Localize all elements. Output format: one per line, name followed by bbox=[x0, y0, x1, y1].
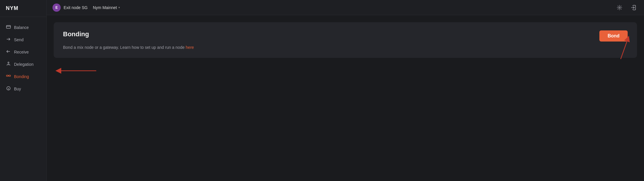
app-header: E Exit node SG Nym Mainnet ▾ bbox=[47, 0, 644, 15]
bonding-title: Bonding bbox=[63, 30, 628, 38]
main-area: E Exit node SG Nym Mainnet ▾ bbox=[47, 0, 644, 181]
app-logo: NYM bbox=[0, 0, 46, 17]
settings-button[interactable] bbox=[615, 3, 624, 12]
sidebar-item-label-send: Send bbox=[14, 37, 24, 42]
sidebar-item-delegation[interactable]: Delegation bbox=[2, 58, 44, 70]
bonding-link[interactable]: here bbox=[186, 45, 194, 50]
sidebar-item-receive[interactable]: Receive bbox=[2, 46, 44, 58]
balance-icon bbox=[6, 25, 11, 30]
header-left: E Exit node SG Nym Mainnet ▾ bbox=[52, 4, 122, 12]
network-name: Nym Mainnet bbox=[93, 5, 117, 10]
node-name: Exit node SG bbox=[64, 5, 88, 10]
sidebar-item-label-receive: Receive bbox=[14, 50, 29, 54]
header-right bbox=[615, 3, 638, 12]
bond-button[interactable]: Bond bbox=[599, 30, 628, 42]
sidebar-item-balance[interactable]: Balance bbox=[2, 22, 44, 33]
sidebar-nav: Balance Send Receive bbox=[0, 19, 46, 97]
network-selector[interactable]: Nym Mainnet ▾ bbox=[91, 4, 122, 11]
bonding-card: Bonding Bond a mix node or a gateway. Le… bbox=[54, 22, 637, 58]
sidebar-item-label-balance: Balance bbox=[14, 25, 29, 30]
sidebar-item-label-buy: Buy bbox=[14, 87, 21, 91]
chevron-down-icon: ▾ bbox=[118, 6, 120, 9]
main-content: Bonding Bond a mix node or a gateway. Le… bbox=[47, 15, 644, 181]
svg-rect-7 bbox=[9, 75, 10, 76]
svg-point-11 bbox=[619, 7, 620, 8]
bonding-icon bbox=[6, 74, 11, 80]
sidebar-item-buy[interactable]: $ Buy bbox=[2, 83, 44, 95]
svg-rect-0 bbox=[6, 25, 10, 28]
sidebar-item-label-bonding: Bonding bbox=[14, 74, 29, 79]
sidebar-item-send[interactable]: Send bbox=[2, 34, 44, 46]
logout-button[interactable] bbox=[629, 3, 638, 12]
send-icon bbox=[6, 37, 11, 43]
buy-icon: $ bbox=[6, 86, 11, 92]
receive-icon bbox=[6, 49, 11, 55]
node-indicator: E bbox=[52, 4, 61, 12]
svg-rect-6 bbox=[6, 75, 8, 76]
delegation-icon bbox=[6, 61, 11, 67]
bonding-description: Bond a mix node or a gateway. Learn how … bbox=[63, 45, 628, 50]
svg-text:$: $ bbox=[8, 87, 9, 90]
svg-point-4 bbox=[8, 62, 9, 63]
sidebar-item-label-delegation: Delegation bbox=[14, 62, 34, 67]
annotation-arrow-bonding bbox=[47, 62, 99, 80]
sidebar: NYM Balance Send bbox=[0, 0, 47, 181]
sidebar-item-bonding[interactable]: Bonding bbox=[2, 71, 44, 82]
